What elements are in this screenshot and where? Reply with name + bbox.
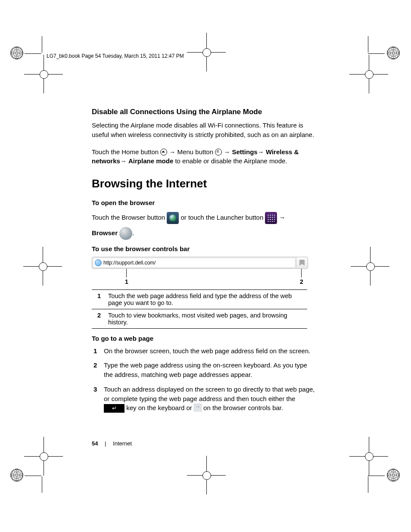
- address-field[interactable]: http://support.dell.com/: [93, 258, 296, 268]
- goto-heading: To go to a web page: [92, 335, 316, 342]
- controls-heading: To use the browser controls bar: [92, 245, 316, 252]
- path-pre: Touch the Home button: [92, 148, 160, 156]
- page-footer: 54 | Internet: [92, 440, 132, 447]
- ref-text: Touch to view bookmarks, most visited we…: [106, 309, 307, 328]
- callout-row: 1 2: [92, 269, 307, 286]
- callout-2: 2: [300, 278, 303, 285]
- browser-app-icon: [167, 212, 179, 224]
- path-settings: Settings: [232, 148, 258, 156]
- page-content: Disable all Connections Using the Airpla…: [92, 108, 316, 418]
- open-browser-line: Touch the Browser button or touch the La…: [92, 211, 316, 224]
- home-icon: [160, 149, 167, 156]
- doc-header: LG7_bk0.book Page 54 Tuesday, March 15, …: [47, 53, 184, 59]
- arrow-icon: →: [279, 214, 286, 221]
- table-row: 1 Touch the web page address field and t…: [92, 289, 307, 309]
- browser-controls-bar: http://support.dell.com/: [92, 257, 308, 269]
- open-pre: Touch the Browser button: [92, 214, 167, 221]
- arrow-icon: →: [224, 148, 230, 156]
- arrow-icon: →: [258, 148, 264, 156]
- ref-num: 1: [92, 289, 106, 309]
- step-3: Touch an address displayed on the screen…: [92, 385, 316, 413]
- step-2: Type the web page address using the on-s…: [92, 361, 316, 380]
- airplane-path: Touch the Home button → Menu button → Se…: [92, 147, 316, 166]
- table-row: 2 Touch to view bookmarks, most visited …: [92, 309, 307, 328]
- bookmark-icon: [299, 260, 305, 266]
- controls-reference-table: 1 Touch the web page address field and t…: [92, 289, 307, 329]
- path-post: to enable or disable the Airplane mode.: [173, 157, 287, 165]
- launcher-icon: [265, 212, 277, 224]
- ref-num: 2: [92, 309, 106, 328]
- footer-section: Internet: [113, 440, 132, 447]
- airplane-title: Disable all Connections Using the Airpla…: [92, 108, 316, 116]
- ref-text: Touch the web page address field and typ…: [106, 289, 307, 309]
- open-browser-line-2: Browser .: [92, 226, 316, 240]
- arrow-icon: →: [120, 157, 127, 165]
- arrow-icon: →: [169, 148, 175, 156]
- enter-key-icon: ↵: [104, 404, 125, 413]
- site-icon: [95, 259, 102, 266]
- step3-a: Touch an address displayed on the screen…: [104, 386, 314, 402]
- bookmarks-button[interactable]: [296, 257, 308, 268]
- path-mid1: Menu button: [177, 148, 215, 156]
- address-text: http://support.dell.com/: [103, 260, 156, 266]
- go-arrow-icon: [194, 404, 202, 411]
- footer-sep: |: [105, 440, 106, 447]
- airplane-paragraph: Selecting the Airplane mode disables all…: [92, 121, 316, 140]
- open-browser-label: Browser: [92, 229, 118, 236]
- open-mid: or touch the Launcher button: [181, 214, 265, 221]
- open-browser-heading: To open the browser: [92, 199, 316, 206]
- browsing-title: Browsing the Internet: [92, 177, 316, 190]
- callout-1: 1: [125, 278, 128, 285]
- step3-b: key on the keyboard or: [126, 404, 194, 411]
- goto-steps: On the browser screen, touch the web pag…: [92, 346, 316, 413]
- browser-globe-icon: [119, 227, 132, 240]
- path-airplane: Airplane mode: [128, 157, 173, 165]
- step-1: On the browser screen, touch the web pag…: [92, 346, 316, 356]
- page-number: 54: [92, 440, 98, 447]
- step3-c: on the browser controls bar.: [203, 404, 283, 411]
- period: .: [132, 229, 134, 236]
- menu-icon: [215, 149, 222, 156]
